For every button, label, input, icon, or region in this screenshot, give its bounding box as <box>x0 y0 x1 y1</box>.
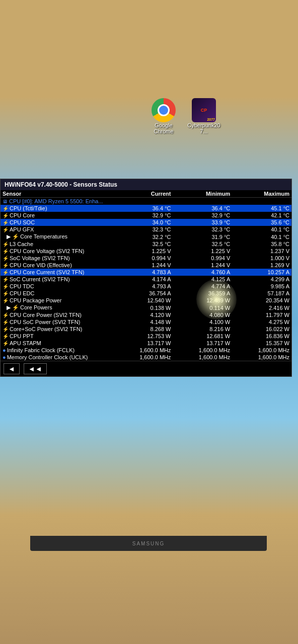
max-val: 57.187 A <box>232 290 291 297</box>
monitor-brand: SAMSUNG <box>132 541 165 546</box>
sensor-name: APU GFX <box>1 226 114 233</box>
min-val: 32.5 °C <box>173 240 233 248</box>
sensor-name: CPU SOC <box>1 219 114 226</box>
sensor-name: APU STAPM <box>1 340 114 347</box>
current-val: 36.754 A <box>114 290 173 297</box>
sensor-col-header: Sensor <box>1 190 114 198</box>
table-row: CPU SOC 34.0 °C 33.9 °C 35.6 °C <box>1 219 291 226</box>
current-val: 32.3 °C <box>114 226 173 233</box>
max-val: 16.022 W <box>232 326 291 333</box>
max-val: 35.6 °C <box>232 219 291 226</box>
min-val: 13.717 W <box>173 340 233 347</box>
min-val: 1,600.0 MHz <box>173 347 233 354</box>
table-row: APU GFX 32.3 °C 32.3 °C 40.1 °C <box>1 226 291 233</box>
current-val: 34.0 °C <box>114 219 173 226</box>
nav-skip-button[interactable]: ◄◄ <box>24 363 47 374</box>
hwinfo-navbar: ◄ ◄◄ <box>1 361 291 376</box>
max-val: 2.416 W <box>232 304 291 311</box>
table-row: Infinity Fabric Clock (FCLK) 1,600.0 MHz… <box>1 347 291 354</box>
min-val: 1.225 V <box>173 248 233 255</box>
sensor-name: SoC Current (SVI2 TFN) <box>1 276 114 283</box>
table-row: CPU (Tctl/Tdie) 36.4 °C 36.4 °C 45.1 °C <box>1 205 291 212</box>
max-val: 16.836 W <box>232 333 291 340</box>
min-val: 36.359 A <box>173 290 233 297</box>
table-row: CPU Core 32.9 °C 32.9 °C 42.1 °C <box>1 212 291 219</box>
min-val: 4.774 A <box>173 283 233 290</box>
current-val: 36.4 °C <box>114 205 173 212</box>
sensor-name: Core+SoC Power (SVI2 TFN) <box>1 326 114 333</box>
sensor-name: CPU Core VID (Effective) <box>1 262 114 269</box>
cyberpunk-icon: CP <box>192 98 216 122</box>
max-val: 4.275 W <box>232 318 291 326</box>
sensor-name: ▶ ⚡Core Powers <box>1 304 114 311</box>
max-val: 1.000 V <box>232 255 291 262</box>
min-val: 4.080 W <box>173 311 233 318</box>
max-val: 1.237 V <box>232 248 291 255</box>
current-val: 32.9 °C <box>114 212 173 219</box>
cyberpunk-icon-item[interactable]: CP Cyberpunk207... <box>186 98 221 134</box>
current-val: 1.244 V <box>114 262 173 269</box>
sensor-name: CPU Package Power <box>1 297 114 304</box>
current-val: 1,600.0 MHz <box>114 347 173 354</box>
max-val: 20.354 W <box>232 297 291 304</box>
max-val: 15.357 W <box>232 340 291 347</box>
sensor-name: L3 Cache <box>1 240 114 248</box>
current-val: 12.540 W <box>114 297 173 304</box>
min-val: 12.681 W <box>173 333 233 340</box>
table-header-row: Sensor Current Minimum Maximum <box>1 190 291 198</box>
cpu-section-row: 🖥 CPU [#0]: AMD Ryzen 5 5500: Enha... <box>1 198 291 205</box>
nav-back-button[interactable]: ◄ <box>4 363 20 374</box>
sensor-name: SoC Voltage (SVI2 TFN) <box>1 255 114 262</box>
current-val: 0.138 W <box>114 304 173 311</box>
max-val: 4.299 A <box>232 276 291 283</box>
sensor-name: ▶ ⚡Core Temperatures <box>1 233 114 240</box>
min-val: 32.3 °C <box>173 226 233 233</box>
chrome-label: Google Chrome <box>146 122 181 134</box>
min-val: 31.9 °C <box>173 233 233 240</box>
hwinfo-window: HWiNFO64 v7.40-5000 - Sensors Status Sen… <box>0 179 292 377</box>
table-row: APU STAPM 13.717 W 13.717 W 15.357 W <box>1 340 291 347</box>
table-row: CPU Core Voltage (SVI2 TFN) 1.225 V 1.22… <box>1 248 291 255</box>
sensor-name: CPU Core Voltage (SVI2 TFN) <box>1 248 114 255</box>
current-val: 8.268 W <box>114 326 173 333</box>
table-row: CPU EDC 36.754 A 36.359 A 57.187 A <box>1 290 291 297</box>
hwinfo-titlebar: HWiNFO64 v7.40-5000 - Sensors Status <box>1 179 291 190</box>
max-val: 40.1 °C <box>232 233 291 240</box>
max-val: 11.797 W <box>232 311 291 318</box>
chrome-icon-item[interactable]: Google Chrome <box>146 98 181 134</box>
min-col-header: Minimum <box>173 190 233 198</box>
sensor-name: CPU Core Power (SVI2 TFN) <box>1 311 114 318</box>
max-val: 42.1 °C <box>232 212 291 219</box>
current-val: 12.753 W <box>114 333 173 340</box>
hwinfo-title: HWiNFO64 v7.40-5000 - Sensors Status <box>5 181 117 188</box>
min-val: 4.100 W <box>173 318 233 326</box>
sensor-name: Memory Controller Clock (UCLK) <box>1 354 114 361</box>
table-row: CPU PPT 12.753 W 12.681 W 16.836 W <box>1 333 291 340</box>
table-row: Core+SoC Power (SVI2 TFN) 8.268 W 8.216 … <box>1 326 291 333</box>
min-val: 1,600.0 MHz <box>173 354 233 361</box>
table-row: SoC Voltage (SVI2 TFN) 0.994 V 0.994 V 1… <box>1 255 291 262</box>
current-val: 0.994 V <box>114 255 173 262</box>
min-val: 12.489 W <box>173 297 233 304</box>
current-val: 1,600.0 MHz <box>114 354 173 361</box>
monitor-bezel: SAMSUNG <box>30 536 267 551</box>
max-val: 9.985 A <box>232 283 291 290</box>
sensor-name: CPU Core <box>1 212 114 219</box>
min-val: 33.9 °C <box>173 219 233 226</box>
sensor-name: CPU PPT <box>1 333 114 340</box>
min-val: 0.114 W <box>173 304 233 311</box>
min-val: 4.125 A <box>173 276 233 283</box>
max-val: 10.257 A <box>232 269 291 276</box>
current-val: 32.2 °C <box>114 233 173 240</box>
cpu-section-label: 🖥 CPU [#0]: AMD Ryzen 5 5500: Enha... <box>1 198 291 205</box>
table-row: CPU Package Power 12.540 W 12.489 W 20.3… <box>1 297 291 304</box>
sensor-name: CPU EDC <box>1 290 114 297</box>
current-val: 4.793 A <box>114 283 173 290</box>
sensor-name: CPU TDC <box>1 283 114 290</box>
table-row: SoC Current (SVI2 TFN) 4.174 A 4.125 A 4… <box>1 276 291 283</box>
min-val: 36.4 °C <box>173 205 233 212</box>
min-val: 4.760 A <box>173 269 233 276</box>
table-row: Memory Controller Clock (UCLK) 1,600.0 M… <box>1 354 291 361</box>
table-row: CPU Core VID (Effective) 1.244 V 1.244 V… <box>1 262 291 269</box>
chrome-icon <box>152 98 176 122</box>
